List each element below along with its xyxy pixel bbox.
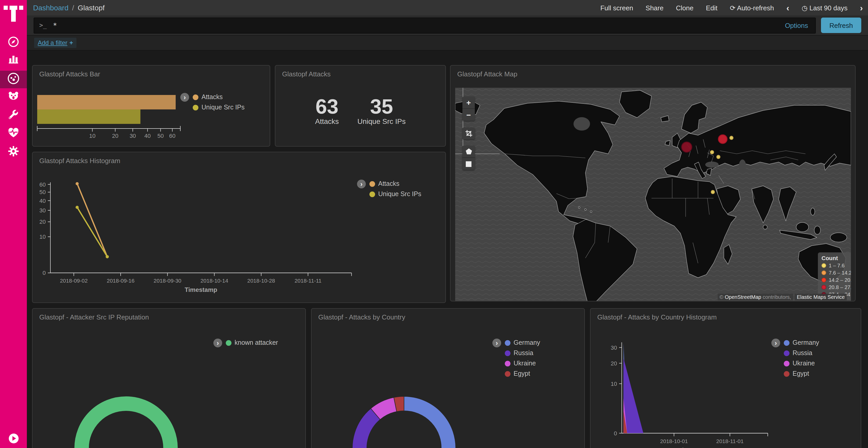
- legend-label: Germany: [793, 339, 819, 346]
- filter-bar: Add a filter+: [27, 35, 868, 50]
- map-rectangle-tool-icon[interactable]: [462, 158, 475, 170]
- legend-label: Ukraine: [793, 360, 815, 367]
- legend-item[interactable]: Ukraine: [784, 360, 819, 367]
- map-zoom-in-button[interactable]: +: [462, 97, 475, 108]
- svg-text:60: 60: [39, 181, 46, 188]
- map-legend-label: 20.8 – 27.4: [829, 284, 851, 290]
- share-button[interactable]: Share: [646, 4, 663, 12]
- clone-button[interactable]: Clone: [676, 4, 693, 12]
- bear-icon: [7, 90, 20, 104]
- reputation-donut-chart[interactable]: [33, 309, 306, 448]
- svg-text:2018-11-11: 2018-11-11: [294, 278, 321, 284]
- gauge-icon: [7, 72, 20, 87]
- svg-text:40: 40: [145, 133, 151, 139]
- refresh-button[interactable]: Refresh: [821, 18, 861, 33]
- legend: known attacker: [226, 339, 278, 346]
- legend-dot: [784, 371, 789, 377]
- country-histogram-chart[interactable]: 01020302018-10-012018-11-01Timestamp: [591, 309, 861, 448]
- full-screen-button[interactable]: Full screen: [600, 4, 633, 12]
- legend-item[interactable]: known attacker: [226, 339, 278, 346]
- legend-dot: [369, 191, 375, 197]
- attacks-histogram-chart[interactable]: 01020304050602018-09-022018-09-162018-09…: [33, 152, 446, 303]
- legend-item[interactable]: Ukraine: [505, 360, 540, 367]
- legend-dot: [784, 340, 789, 346]
- legend-expand-icon[interactable]: [213, 339, 222, 347]
- svg-text:10: 10: [89, 133, 95, 139]
- sidebar-item-dashboard[interactable]: [0, 71, 27, 88]
- panel-src-ip-reputation: Glastopf - Attacker Src IP Reputation kn…: [32, 308, 306, 448]
- auto-refresh-button[interactable]: ⟳ Auto-refresh: [730, 4, 774, 12]
- map-polygon-tool-icon[interactable]: [462, 145, 475, 158]
- panel-title: Glastopf - Attacker Src IP Reputation: [39, 313, 149, 321]
- map-zoom-out-button[interactable]: −: [462, 108, 475, 121]
- elastic-maps-service-link[interactable]: Elastic Maps Service: [795, 294, 847, 300]
- legend-item[interactable]: Unique Src IPs: [193, 104, 245, 111]
- legend-item[interactable]: Egypt: [505, 370, 540, 377]
- search-input[interactable]: >_ * Options: [34, 17, 816, 33]
- dashboard-grid: Glastopf Attacks Bar 102030405060 Attack…: [27, 50, 868, 448]
- legend-label: known attacker: [235, 339, 278, 346]
- svg-text:10: 10: [39, 234, 46, 240]
- world-map[interactable]: + − Coun: [455, 88, 851, 302]
- legend-expand-icon[interactable]: [180, 93, 189, 102]
- legend-expand-icon[interactable]: [771, 339, 780, 347]
- legend: AttacksUnique Src IPs: [369, 180, 421, 198]
- svg-text:2018-10-01: 2018-10-01: [660, 438, 688, 444]
- legend-dot: [505, 371, 510, 377]
- legend-expand-icon[interactable]: [357, 180, 366, 188]
- metric-value: 63: [315, 96, 339, 117]
- country-donut-chart[interactable]: [312, 309, 585, 448]
- metric-value: 35: [358, 96, 406, 117]
- legend-item[interactable]: Russia: [784, 349, 819, 357]
- legend-item[interactable]: Germany: [784, 339, 819, 346]
- top-nav-bar: Dashboard/Glastopf Full screen Share Clo…: [27, 0, 868, 15]
- sidebar-item-visualize[interactable]: [0, 51, 27, 69]
- svg-text:Timestamp: Timestamp: [678, 447, 711, 448]
- svg-text:40: 40: [39, 198, 46, 204]
- legend-item[interactable]: Attacks: [193, 94, 245, 101]
- svg-text:2018-11-01: 2018-11-01: [716, 438, 743, 444]
- svg-text:0: 0: [614, 430, 617, 437]
- legend-dot: [193, 94, 198, 100]
- legend-item[interactable]: Egypt: [784, 370, 819, 377]
- legend-label: Attacks: [202, 94, 223, 101]
- svg-text:10: 10: [611, 381, 617, 387]
- legend-label: Attacks: [378, 180, 399, 187]
- sidebar-item-bear[interactable]: [0, 88, 27, 106]
- time-forward-button[interactable]: ›: [860, 3, 863, 12]
- legend-item[interactable]: Russia: [505, 349, 540, 357]
- options-link[interactable]: Options: [785, 22, 810, 29]
- compass-icon: [7, 36, 20, 50]
- map-crop-icon[interactable]: [462, 128, 475, 139]
- add-filter-button[interactable]: Add a filter+: [34, 38, 77, 48]
- panel-attacks-bar: Glastopf Attacks Bar 102030405060 Attack…: [32, 65, 270, 146]
- time-back-button[interactable]: ‹: [786, 3, 789, 12]
- map-legend-item: 14.2 – 20.8: [822, 277, 851, 283]
- openstreetmap-link[interactable]: OpenStreetMap: [725, 294, 761, 300]
- panel-attacks-histogram: Glastopf Attacks Histogram 0102030405060…: [32, 152, 446, 303]
- legend-label: Russia: [793, 349, 812, 357]
- legend: GermanyRussiaUkraineEgypt: [505, 339, 540, 377]
- edit-button[interactable]: Edit: [706, 4, 717, 12]
- sidebar-item-discover[interactable]: [0, 34, 27, 51]
- legend-item[interactable]: Unique Src IPs: [369, 191, 421, 198]
- legend-label: Unique Src IPs: [202, 104, 245, 111]
- sidebar-item-management[interactable]: [0, 143, 27, 161]
- legend-label: Ukraine: [514, 360, 536, 367]
- legend-expand-icon[interactable]: [492, 339, 501, 347]
- sidebar-item-devtools[interactable]: [0, 107, 27, 125]
- legend-item[interactable]: Attacks: [369, 180, 421, 187]
- legend-dot: [226, 340, 231, 346]
- svg-text:60: 60: [169, 133, 176, 139]
- metric-unique-src-ips: 35 Unique Src IPs: [358, 96, 406, 126]
- time-range-button[interactable]: ◷ Last 90 days: [802, 4, 847, 12]
- breadcrumb-dashboard-link[interactable]: Dashboard: [33, 4, 68, 12]
- svg-text:Timestamp: Timestamp: [185, 286, 217, 293]
- legend-item[interactable]: Germany: [505, 339, 540, 346]
- sidebar-expand-button[interactable]: [9, 434, 19, 443]
- sidebar-item-monitoring[interactable]: [0, 125, 27, 142]
- expand-icon: [9, 436, 19, 445]
- map-legend-dot: [822, 263, 826, 268]
- breadcrumb-current: Glastopf: [78, 4, 104, 12]
- legend-dot: [784, 350, 789, 356]
